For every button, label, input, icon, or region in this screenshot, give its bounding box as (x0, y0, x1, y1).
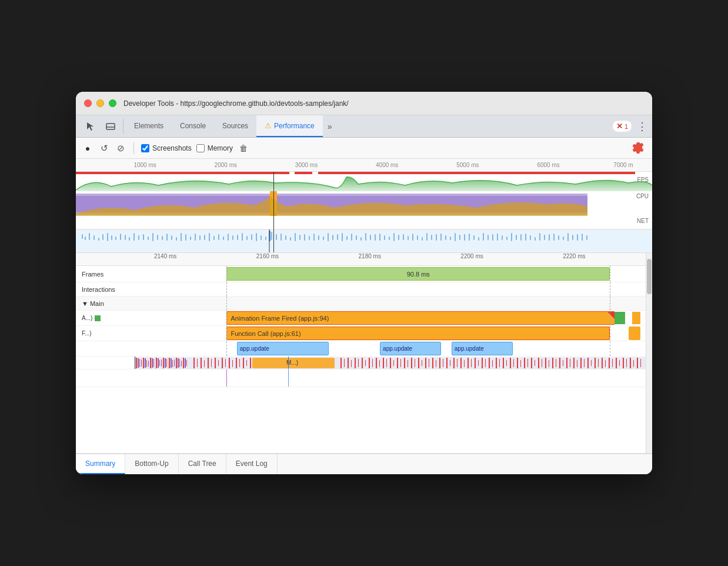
error-badge[interactable]: ✕ 1 (612, 120, 632, 132)
svg-rect-19 (138, 235, 139, 240)
svg-rect-28 (181, 233, 182, 241)
settings-button[interactable] (630, 140, 646, 157)
ruler-ticks: 2140 ms 2160 ms 2180 ms 2200 ms 2220 ms (135, 253, 646, 266)
tab-event-log[interactable]: Event Log (226, 454, 278, 474)
svg-rect-38 (218, 234, 219, 240)
cpu-row: CPU (76, 191, 652, 216)
svg-rect-41 (232, 235, 233, 240)
svg-rect-179 (386, 359, 387, 367)
svg-rect-244 (616, 358, 617, 368)
svg-rect-30 (190, 237, 191, 240)
tab-more[interactable]: » (323, 115, 337, 137)
dash-r5 (610, 326, 610, 341)
scrollbar-thumb[interactable] (647, 259, 652, 294)
tab-console[interactable]: Console (172, 115, 214, 137)
screenshots-checkbox[interactable] (141, 144, 149, 152)
frames-canvas[interactable]: 90.8 ms (135, 266, 646, 282)
menu-icon[interactable]: ⋮ (637, 120, 647, 133)
svg-rect-61 (332, 235, 333, 240)
svg-rect-73 (389, 237, 390, 240)
close-button[interactable] (84, 99, 92, 107)
svg-rect-9 (93, 235, 95, 240)
svg-rect-123 (153, 359, 154, 367)
memory-checkbox[interactable] (196, 144, 205, 152)
svg-rect-208 (489, 358, 490, 368)
app-update-1[interactable]: app.update (237, 342, 329, 355)
tab-elements[interactable]: Elements (126, 115, 172, 137)
main-label[interactable]: ▼ Main (76, 300, 135, 307)
clear-button[interactable]: ⊘ (115, 142, 126, 154)
svg-rect-17 (129, 237, 130, 241)
dense-svg-1: M...) (135, 357, 646, 369)
svg-rect-172 (362, 358, 363, 368)
svg-rect-157 (222, 358, 223, 368)
svg-rect-107 (549, 234, 550, 241)
svg-rect-197 (450, 360, 450, 366)
red-bar-2 (295, 172, 312, 174)
svg-rect-85 (445, 235, 446, 240)
record-button[interactable]: ● (82, 142, 93, 154)
svg-rect-12 (107, 233, 108, 241)
svg-rect-56 (309, 236, 310, 240)
error-icon: ✕ (616, 122, 623, 131)
svg-rect-101 (520, 234, 522, 241)
svg-rect-96 (497, 234, 498, 241)
svg-rect-133 (186, 360, 187, 366)
delete-button[interactable]: 🗑 (238, 142, 249, 154)
svg-rect-62 (337, 234, 338, 240)
screenshots-label: Screenshots (152, 144, 192, 152)
interactions-track: Interactions (76, 282, 646, 297)
svg-rect-237 (591, 360, 592, 366)
svg-rect-173 (365, 360, 366, 366)
svg-rect-27 (176, 237, 177, 241)
svg-rect-166 (340, 358, 342, 368)
tab-summary[interactable]: Summary (76, 454, 125, 474)
svg-rect-67 (360, 237, 362, 241)
cpu-chart (76, 191, 652, 216)
detail-scrollbar[interactable] (646, 253, 652, 453)
tab-call-tree[interactable]: Call Tree (179, 454, 226, 474)
svg-rect-44 (246, 236, 248, 240)
tab-bottom-up[interactable]: Bottom-Up (125, 454, 178, 474)
svg-rect-25 (166, 234, 168, 241)
minimize-button[interactable] (96, 99, 104, 107)
svg-rect-196 (446, 358, 448, 368)
svg-rect-142 (171, 358, 172, 368)
svg-rect-113 (577, 234, 578, 241)
svg-rect-112 (572, 235, 573, 240)
svg-rect-92 (478, 237, 479, 241)
dock-icon[interactable] (101, 115, 121, 137)
tick-7000: 7000 m (613, 162, 633, 168)
red-bar-1 (76, 172, 289, 174)
tab-performance[interactable]: ⚠ Performance (256, 115, 323, 137)
app-update-2[interactable]: app.update (380, 342, 441, 355)
svg-rect-93 (483, 233, 484, 241)
reload-button[interactable]: ↺ (98, 142, 110, 154)
svg-rect-177 (379, 360, 380, 367)
svg-rect-242 (609, 358, 610, 368)
svg-rect-151 (201, 358, 202, 368)
svg-rect-228 (559, 358, 560, 368)
svg-rect-246 (623, 358, 624, 368)
cursor-icon[interactable] (81, 115, 101, 137)
tab-actions: ✕ 1 ⋮ (612, 115, 652, 137)
svg-rect-226 (552, 358, 553, 368)
svg-rect-165 (250, 358, 251, 368)
svg-rect-90 (469, 234, 470, 241)
svg-rect-214 (510, 358, 511, 368)
anim-frame-block[interactable]: Animation Frame Fired (app.js:94) (226, 311, 615, 325)
svg-rect-250 (637, 358, 638, 368)
svg-rect-169 (351, 360, 352, 367)
cpu-label: CPU (636, 193, 649, 199)
svg-rect-154 (211, 359, 212, 367)
detail-ruler: 2140 ms 2160 ms 2180 ms 2200 ms 2220 ms (76, 253, 646, 266)
dtick-2180: 2180 ms (359, 253, 381, 259)
maximize-button[interactable] (109, 99, 116, 107)
tab-sources[interactable]: Sources (214, 115, 256, 137)
app-update-3[interactable]: app.update (452, 342, 513, 355)
func-call-block[interactable]: Function Call (app.js:61) (226, 327, 610, 340)
dtick-2160: 2160 ms (256, 253, 279, 259)
svg-rect-213 (506, 360, 507, 366)
svg-rect-243 (612, 359, 613, 367)
main-canvas (135, 297, 646, 310)
